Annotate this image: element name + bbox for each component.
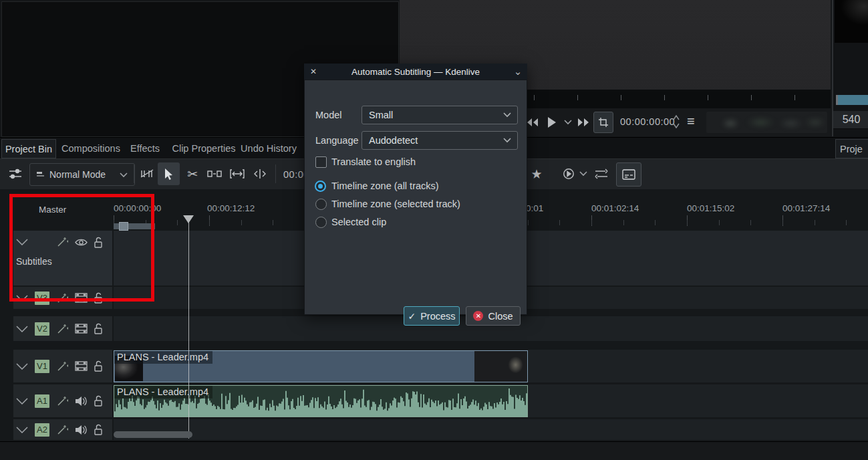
track-lane-a2[interactable]: [114, 419, 868, 440]
radio-timeline-zone-all-tracks[interactable]: [315, 181, 326, 192]
track-header-v1[interactable]: V1: [13, 350, 112, 382]
track-badge-v2[interactable]: V2: [35, 322, 49, 336]
track-effects-icon[interactable]: [56, 384, 68, 417]
radio-label[interactable]: Timeline zone (all tracks): [331, 181, 439, 191]
model-label: Model: [315, 110, 342, 120]
translate-checkbox[interactable]: [315, 156, 327, 168]
mixer-toggle-icon[interactable]: [592, 162, 611, 185]
model-dropdown[interactable]: Small: [361, 106, 518, 124]
ruler-label: 00:00:12:12: [207, 203, 255, 213]
edit-mode-label: Normal Mode: [49, 169, 106, 180]
mix-clips-icon[interactable]: [138, 162, 156, 185]
clip-end-thumbnail: [474, 351, 527, 382]
audio-clip[interactable]: PLANS - Leader.mp4: [114, 385, 528, 417]
track-header-v2[interactable]: V2: [13, 316, 112, 341]
subtitle-tool-button[interactable]: [616, 162, 641, 187]
chevron-down-icon: [503, 112, 511, 118]
chevron-down-icon[interactable]: [577, 162, 589, 185]
radio-label[interactable]: Timeline zone (selected track): [331, 199, 460, 209]
selection-tool-button[interactable]: [158, 162, 180, 185]
razor-tool-icon[interactable]: ✂: [183, 162, 202, 185]
video-track-icon[interactable]: [75, 316, 88, 341]
dialog-close-icon[interactable]: ✕: [304, 67, 323, 76]
zone-crop-button[interactable]: [593, 112, 613, 133]
track-badge-v1[interactable]: V1: [35, 360, 49, 373]
lock-track-icon[interactable]: [94, 384, 103, 417]
audio-track-speaker-icon[interactable]: [75, 419, 87, 440]
video-clip-label: PLANS - Leader.mp4: [114, 351, 212, 364]
video-clip[interactable]: PLANS - Leader.mp4: [114, 350, 528, 382]
track-header-a1[interactable]: A1: [13, 384, 112, 417]
track-effects-icon[interactable]: [56, 419, 68, 440]
model-value: Small: [369, 110, 393, 120]
resize-item-icon[interactable]: [227, 162, 247, 185]
tab-undo-history[interactable]: Undo History: [238, 139, 299, 157]
play-button[interactable]: [544, 112, 560, 132]
language-label: Language: [315, 135, 359, 146]
tab-project-bin-right[interactable]: Proje: [835, 139, 868, 158]
language-value: Audodetect: [369, 135, 418, 146]
tab-clip-properties[interactable]: Clip Properties: [171, 139, 237, 157]
track-effects-icon[interactable]: [56, 316, 68, 341]
track-header-a2[interactable]: A2: [13, 419, 112, 440]
fast-forward-button[interactable]: [575, 112, 592, 132]
collapse-track-icon[interactable]: [16, 384, 28, 417]
language-dropdown[interactable]: Audodetect: [361, 131, 518, 150]
bin-clip-thumbnail[interactable]: [835, 0, 868, 43]
tab-effects[interactable]: Effects: [124, 139, 166, 157]
dialog-body: Model Small Language Audodetect Translat…: [304, 80, 527, 315]
monitor-timecode[interactable]: 00:00:00:00: [620, 116, 675, 127]
radio-timeline-zone-selected-track[interactable]: [315, 199, 327, 210]
spacer-tool-icon[interactable]: [204, 162, 225, 185]
play-options-chevron-icon[interactable]: [561, 112, 575, 132]
tab-compositions[interactable]: Compositions: [56, 139, 126, 157]
preview-render-icon[interactable]: [560, 162, 577, 185]
tab-project-bin[interactable]: Project Bin: [1, 139, 56, 158]
track-badge-a2[interactable]: A2: [35, 423, 49, 437]
right-panel-value: 540: [833, 111, 868, 129]
playhead-line: [188, 216, 189, 439]
lock-track-icon[interactable]: [94, 350, 103, 382]
collapse-track-icon[interactable]: [16, 419, 28, 440]
favorite-effects-icon[interactable]: ★: [528, 162, 545, 185]
audio-meter: [706, 112, 827, 133]
slip-tool-icon[interactable]: [250, 162, 270, 185]
timeline-horizontal-scrollbar[interactable]: [114, 431, 192, 438]
track-effects-icon[interactable]: [56, 350, 68, 382]
edit-mode-icon: [36, 170, 45, 179]
toolbar-separator: [275, 164, 276, 183]
close-button[interactable]: ✕ Close: [466, 306, 521, 326]
dialog-title: Automatic Subtitling — Kdenlive: [323, 67, 509, 77]
chevron-down-icon: [503, 138, 511, 143]
video-track-icon[interactable]: [75, 350, 88, 382]
translate-label: Translate to english: [331, 156, 416, 167]
collapse-track-icon[interactable]: [16, 350, 28, 382]
check-icon: ✓: [408, 311, 416, 322]
ruler-label: 00:01:02:14: [591, 203, 639, 213]
radio-selected-clip[interactable]: [315, 217, 327, 228]
audio-clip-label: PLANS - Leader.mp4: [114, 386, 212, 398]
edit-mode-dropdown[interactable]: Normal Mode: [29, 163, 135, 186]
timeline-settings-icon[interactable]: [5, 162, 25, 185]
right-panel-scrollbar[interactable]: [836, 95, 868, 105]
process-button[interactable]: ✓ Process: [404, 306, 460, 326]
toolbar-separator: [134, 164, 134, 183]
collapse-track-icon[interactable]: [16, 316, 28, 341]
track-badge-a1[interactable]: A1: [35, 394, 49, 408]
automatic-subtitling-dialog: ✕ Automatic Subtitling — Kdenlive ⌄ Mode…: [304, 64, 527, 314]
audio-track-speaker-icon[interactable]: [75, 384, 87, 417]
right-dock-strip: 540: [832, 0, 868, 136]
dialog-collapse-icon[interactable]: ⌄: [509, 68, 527, 75]
monitor-menu-icon[interactable]: ≡: [687, 114, 695, 129]
kdenlive-window: 00:00:00:00 ≡ 540 Project Bin Compositio…: [0, 0, 868, 460]
annotation-red-rectangle: [9, 194, 154, 302]
ruler-label: 00:01:15:02: [687, 203, 734, 213]
dialog-titlebar[interactable]: ✕ Automatic Subtitling — Kdenlive ⌄: [304, 64, 527, 80]
radio-label[interactable]: Selected clip: [331, 217, 386, 227]
playhead-handle[interactable]: [183, 215, 194, 223]
ruler-label: 00:01:27:14: [782, 203, 830, 213]
status-bar: [0, 441, 868, 460]
timecode-spinner[interactable]: [672, 114, 680, 130]
lock-track-icon[interactable]: [94, 316, 103, 341]
lock-track-icon[interactable]: [94, 419, 103, 440]
